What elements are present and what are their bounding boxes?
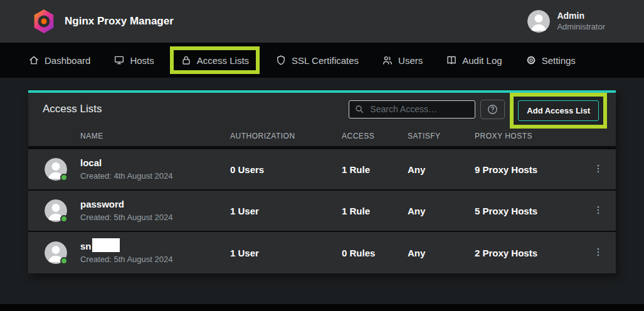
bottom-black-bar	[0, 304, 644, 311]
authorization-cell: 1 User	[230, 206, 342, 216]
search-box	[349, 100, 475, 119]
question-circle-icon	[487, 103, 499, 115]
nav-item-label: Settings	[542, 55, 576, 66]
highlight-annotation-access-lists: Access Lists	[170, 46, 260, 74]
highlight-annotation-add-button: Add Access List	[510, 93, 607, 129]
created-date: Created: 5th August 2024	[80, 255, 172, 265]
nav-item-audit-log[interactable]: Audit Log	[446, 55, 502, 66]
satisfy-cell: Any	[408, 164, 475, 175]
row-actions-menu-button[interactable]	[590, 160, 606, 179]
main-nav: Dashboard Hosts Access Lists SSL Certifi…	[0, 43, 644, 78]
satisfy-cell: Any	[408, 248, 475, 258]
nav-item-label: Users	[398, 55, 423, 66]
nav-item-label: SSL Certificates	[292, 55, 359, 66]
search-input[interactable]	[349, 100, 475, 119]
nav-item-settings[interactable]: Settings	[525, 55, 576, 66]
access-list-name: sn	[80, 240, 172, 253]
nginx-proxy-manager-logo-icon	[33, 9, 55, 34]
column-header-access: ACCESS	[342, 132, 408, 140]
redaction-box	[92, 238, 120, 252]
gear-icon	[525, 55, 537, 66]
help-button[interactable]	[480, 100, 505, 119]
table-row[interactable]: sn Created: 5th August 2024 1 User 0 Rul…	[28, 232, 616, 273]
nav-item-label: Audit Log	[462, 55, 502, 66]
avatar-icon	[527, 10, 550, 33]
row-actions-menu-button[interactable]	[590, 201, 606, 221]
nav-item-access-lists[interactable]: Access Lists	[181, 55, 249, 66]
access-list-name-text: sn	[80, 241, 92, 251]
book-icon	[446, 55, 457, 66]
shield-icon	[275, 55, 287, 66]
home-icon	[28, 55, 40, 66]
access-list-name: local	[80, 157, 172, 169]
nav-item-ssl-certificates[interactable]: SSL Certificates	[275, 55, 359, 66]
row-avatar	[45, 199, 67, 222]
column-header-name: NAME	[28, 132, 230, 140]
nav-item-label: Dashboard	[45, 55, 90, 66]
user-role: Administrator	[557, 22, 605, 32]
panel-header: Access Lists Add Access List	[28, 93, 616, 125]
monitor-icon	[113, 55, 125, 66]
table-row[interactable]: local Created: 4th August 2024 0 Users 1…	[28, 149, 616, 191]
row-avatar	[45, 241, 67, 264]
created-date: Created: 4th August 2024	[80, 171, 172, 182]
row-avatar	[45, 158, 67, 181]
kebab-menu-icon	[593, 204, 604, 216]
access-cell: 1 Rule	[342, 206, 408, 216]
table-row[interactable]: password Created: 5th August 2024 1 User…	[28, 191, 616, 232]
created-date: Created: 5th August 2024	[80, 213, 172, 223]
table-header: NAME AUTHORIZATION ACCESS SATISFY PROXY …	[28, 125, 616, 149]
row-actions-menu-button[interactable]	[590, 243, 606, 263]
panel-title: Access Lists	[43, 103, 102, 115]
proxy-hosts-cell: 9 Proxy Hosts	[475, 164, 580, 175]
app-header: Nginx Proxy Manager Admin Administrator	[0, 0, 644, 43]
proxy-hosts-cell: 5 Proxy Hosts	[475, 206, 580, 216]
user-name: Admin	[557, 11, 605, 22]
nav-item-dashboard[interactable]: Dashboard	[28, 55, 90, 66]
proxy-hosts-cell: 2 Proxy Hosts	[475, 248, 580, 258]
add-access-list-button[interactable]: Add Access List	[518, 100, 599, 121]
user-avatar	[527, 10, 550, 33]
column-header-satisfy: SATISFY	[408, 132, 475, 140]
kebab-menu-icon	[593, 162, 604, 175]
access-list-name: password	[80, 198, 172, 211]
satisfy-cell: Any	[408, 206, 475, 216]
user-menu[interactable]: Admin Administrator	[527, 10, 605, 33]
status-online-dot	[60, 215, 68, 223]
column-header-authorization: AUTHORIZATION	[230, 132, 342, 140]
nav-item-hosts[interactable]: Hosts	[113, 55, 154, 66]
nav-item-users[interactable]: Users	[382, 55, 423, 66]
lock-icon	[181, 55, 192, 66]
status-online-dot	[60, 174, 68, 181]
users-icon	[382, 55, 393, 66]
status-online-dot	[60, 257, 68, 265]
search-icon	[354, 104, 364, 114]
access-cell: 1 Rule	[342, 164, 408, 175]
page-content: Access Lists Add Access List	[0, 78, 644, 304]
panel-controls: Add Access List	[349, 100, 607, 119]
authorization-cell: 1 User	[230, 248, 342, 258]
kebab-menu-icon	[593, 246, 604, 258]
nav-item-label: Access Lists	[197, 55, 249, 66]
nav-item-label: Hosts	[130, 55, 154, 66]
access-cell: 0 Rules	[342, 248, 408, 258]
app-title: Nginx Proxy Manager	[65, 15, 174, 28]
column-header-proxy-hosts: PROXY HOSTS	[475, 132, 580, 140]
authorization-cell: 0 Users	[230, 164, 342, 175]
access-lists-panel: Access Lists Add Access List	[28, 90, 616, 273]
